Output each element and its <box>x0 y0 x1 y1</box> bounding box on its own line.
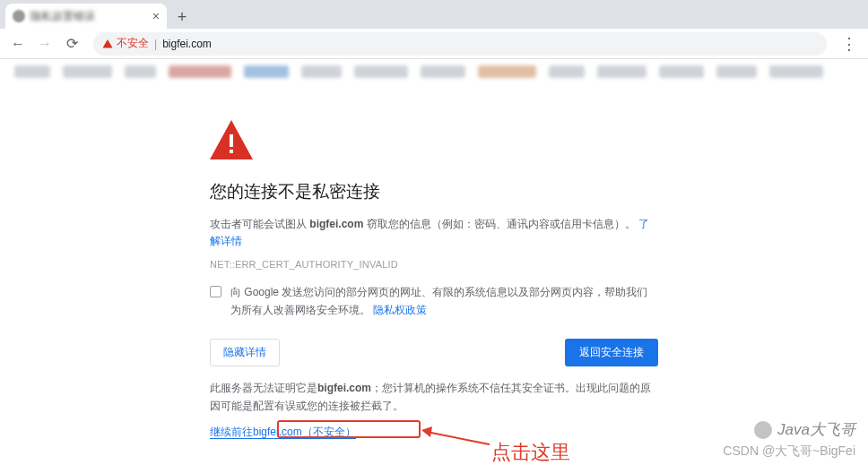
security-indicator[interactable]: 不安全 <box>102 36 149 51</box>
forward-button[interactable]: → <box>34 33 56 55</box>
bookmark-item[interactable] <box>597 65 647 78</box>
bookmark-item[interactable] <box>659 65 704 78</box>
bookmark-item[interactable] <box>716 65 757 78</box>
wechat-icon <box>754 421 772 439</box>
text: 此服务器无法证明它是 <box>210 382 317 394</box>
bookmark-item[interactable] <box>169 65 231 78</box>
svg-rect-0 <box>230 134 233 147</box>
annotation-box <box>277 420 421 438</box>
svg-marker-3 <box>421 426 432 437</box>
new-tab-button[interactable]: + <box>170 5 194 29</box>
explanation-text: 此服务器无法证明它是bigfei.com；您计算机的操作系统不信任其安全证书。出… <box>210 379 658 416</box>
warning-triangle-icon <box>210 120 658 162</box>
bookmark-item[interactable] <box>769 65 823 78</box>
watermark-csdn: CSDN @大飞哥~BigFei <box>723 443 855 460</box>
text: 窃取您的信息（例如：密码、通讯内容或信用卡信息）。 <box>367 218 636 230</box>
warning-panel: 您的连接不是私密连接 攻击者可能会试图从 bigfei.com 窃取您的信息（例… <box>210 84 658 465</box>
svg-line-2 <box>427 432 490 444</box>
annotation-label: 点击这里 <box>491 439 570 465</box>
close-icon[interactable]: × <box>152 9 160 23</box>
content-area: 您的连接不是私密连接 攻击者可能会试图从 bigfei.com 窃取您的信息（例… <box>0 84 868 465</box>
reload-button[interactable]: ⟳ <box>61 33 82 55</box>
bookmark-bar <box>0 59 868 84</box>
error-code: NET::ERR_CERT_AUTHORITY_INVALID <box>210 259 658 270</box>
menu-button[interactable]: ⋮ <box>838 34 861 54</box>
url-separator: | <box>154 38 157 50</box>
watermark-java: Java大飞哥 <box>754 419 855 440</box>
opt-in-text: 向 Google 发送您访问的部分网页的网址、有限的系统信息以及部分网页内容，帮… <box>230 284 658 318</box>
address-bar[interactable]: 不安全 | bigfei.com <box>93 32 827 56</box>
bookmark-item[interactable] <box>354 65 408 78</box>
bookmark-item[interactable] <box>478 65 536 78</box>
warning-description: 攻击者可能会试图从 bigfei.com 窃取您的信息（例如：密码、通讯内容或信… <box>210 216 658 250</box>
bookmark-item[interactable] <box>63 65 112 78</box>
bookmark-item[interactable] <box>421 65 465 78</box>
bookmark-item[interactable] <box>549 65 585 78</box>
url-text: bigfei.com <box>162 38 212 50</box>
bookmark-item[interactable] <box>244 65 289 78</box>
opt-in-checkbox[interactable] <box>210 286 221 297</box>
text: 向 Google 发送您访问的部分网页的网址、有限的系统信息以及部分网页内容，帮… <box>230 286 647 315</box>
toolbar: ← → ⟳ 不安全 | bigfei.com ⋮ <box>0 29 868 59</box>
bookmark-item[interactable] <box>301 65 342 78</box>
button-row: 隐藏详情 返回安全连接 <box>210 339 658 366</box>
back-to-safety-button[interactable]: 返回安全连接 <box>565 339 658 366</box>
tab-strip: 隐私设置错误 × + <box>0 0 868 29</box>
warning-icon <box>102 39 113 49</box>
hide-details-button[interactable]: 隐藏详情 <box>210 339 280 366</box>
back-button[interactable]: ← <box>7 33 29 55</box>
svg-rect-1 <box>230 150 233 153</box>
tab-title: 隐私设置错误 <box>30 9 147 24</box>
watermark-text: Java大飞哥 <box>777 419 855 440</box>
annotation-arrow-icon <box>421 426 493 450</box>
privacy-policy-link[interactable]: 隐私权政策 <box>373 304 427 316</box>
bookmark-item[interactable] <box>125 65 156 78</box>
not-secure-label: 不安全 <box>117 36 149 51</box>
warning-headline: 您的连接不是私密连接 <box>210 180 658 203</box>
warning-domain: bigfei.com <box>309 218 363 230</box>
text: 攻击者可能会试图从 <box>210 218 309 230</box>
bookmark-item[interactable] <box>14 65 50 78</box>
globe-icon <box>13 10 25 22</box>
explanation-domain: bigfei.com <box>317 382 371 394</box>
browser-tab[interactable]: 隐私设置错误 × <box>5 4 167 29</box>
opt-in-row: 向 Google 发送您访问的部分网页的网址、有限的系统信息以及部分网页内容，帮… <box>210 284 658 318</box>
